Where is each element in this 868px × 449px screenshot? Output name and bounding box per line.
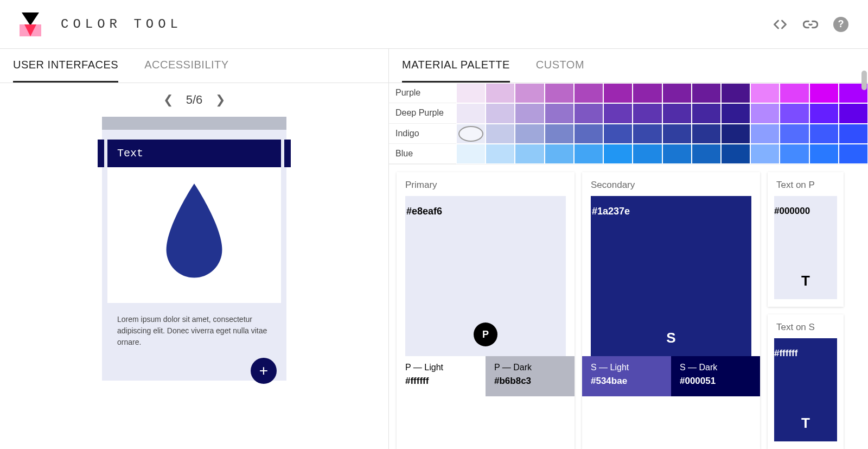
text-on-s-label: Text on S bbox=[768, 314, 844, 338]
palette-cell[interactable] bbox=[809, 124, 839, 144]
primary-badge: P bbox=[474, 322, 497, 346]
primary-light-label: P — Light bbox=[405, 363, 477, 372]
text-on-s-hex: #ffffff bbox=[774, 348, 797, 359]
primary-swatch[interactable]: #e8eaf6 P bbox=[405, 196, 566, 356]
secondary-dark-swatch[interactable]: S — Dark #000051 bbox=[671, 356, 760, 396]
pager-count: 5/6 bbox=[186, 93, 203, 107]
palette-cell[interactable] bbox=[750, 124, 780, 144]
primary-dark-label: P — Dark bbox=[494, 363, 566, 372]
palette-cell[interactable] bbox=[545, 103, 574, 123]
palette-cell[interactable] bbox=[603, 124, 633, 144]
preview-statusbar bbox=[102, 117, 286, 130]
palette-cell[interactable] bbox=[839, 103, 868, 123]
palette-cell[interactable] bbox=[662, 124, 692, 144]
palette-cell[interactable] bbox=[574, 103, 603, 123]
palette-cell[interactable] bbox=[486, 144, 515, 164]
palette-row-label[interactable]: Deep Purple bbox=[389, 103, 456, 123]
palette-cell[interactable] bbox=[809, 83, 839, 103]
palette-row-label[interactable]: Blue bbox=[389, 144, 456, 164]
palette-cell[interactable] bbox=[515, 103, 544, 123]
palette-cell[interactable] bbox=[780, 144, 809, 164]
palette-cell[interactable] bbox=[750, 83, 780, 103]
palette-cell[interactable] bbox=[633, 144, 662, 164]
palette-cell[interactable] bbox=[574, 144, 603, 164]
palette-cell[interactable] bbox=[839, 144, 868, 164]
tab-user-interfaces[interactable]: USER INTERFACES bbox=[13, 59, 118, 83]
palette-cell[interactable] bbox=[603, 103, 633, 123]
text-on-s-swatch[interactable]: #ffffff T bbox=[774, 338, 837, 441]
code-icon[interactable] bbox=[773, 17, 788, 32]
palette-cell[interactable] bbox=[574, 83, 603, 103]
palette-row-label[interactable]: Indigo bbox=[389, 124, 456, 144]
secondary-light-label: S — Light bbox=[591, 363, 662, 372]
palette-cell[interactable] bbox=[809, 103, 839, 123]
palette-cell[interactable] bbox=[456, 144, 486, 164]
secondary-swatch[interactable]: #1a237e S bbox=[591, 196, 751, 356]
secondary-dark-label: S — Dark bbox=[680, 363, 751, 372]
primary-dark-hex: #b6b8c3 bbox=[494, 376, 566, 387]
secondary-dark-hex: #000051 bbox=[680, 376, 751, 387]
help-icon[interactable]: ? bbox=[833, 17, 848, 32]
palette-cell[interactable] bbox=[750, 103, 780, 123]
palette-cell[interactable] bbox=[721, 83, 750, 103]
palette-cell[interactable] bbox=[692, 124, 721, 144]
tab-accessibility[interactable]: ACCESSIBILITY bbox=[144, 59, 228, 83]
secondary-light-swatch[interactable]: S — Light #534bae bbox=[582, 356, 671, 396]
text-on-p-card: Text on P #000000 T bbox=[768, 172, 844, 307]
palette-cell[interactable] bbox=[456, 124, 486, 144]
palette-cell[interactable] bbox=[662, 83, 692, 103]
palette-cell[interactable] bbox=[662, 144, 692, 164]
palette-cell[interactable] bbox=[545, 124, 574, 144]
palette-cell[interactable] bbox=[721, 124, 750, 144]
palette-cell[interactable] bbox=[603, 144, 633, 164]
pager-prev-icon[interactable]: ❮ bbox=[163, 93, 173, 107]
preview-title: Text bbox=[107, 140, 281, 167]
tab-custom[interactable]: CUSTOM bbox=[536, 59, 584, 83]
primary-hex: #e8eaf6 bbox=[405, 206, 442, 217]
tab-material-palette[interactable]: MATERIAL PALETTE bbox=[402, 59, 510, 83]
palette-cell[interactable] bbox=[780, 124, 809, 144]
palette-cell[interactable] bbox=[545, 144, 574, 164]
text-on-p-hex: #000000 bbox=[774, 206, 810, 217]
palette-cell[interactable] bbox=[603, 83, 633, 103]
palette-cell[interactable] bbox=[809, 144, 839, 164]
palette-cell[interactable] bbox=[780, 83, 809, 103]
text-on-p-swatch[interactable]: #000000 T bbox=[774, 196, 837, 299]
secondary-badge: S bbox=[666, 330, 675, 346]
palette-cell[interactable] bbox=[515, 124, 544, 144]
drop-icon bbox=[159, 184, 229, 281]
palette-cell[interactable] bbox=[692, 83, 721, 103]
palette-cell[interactable] bbox=[662, 103, 692, 123]
secondary-light-hex: #534bae bbox=[591, 376, 662, 387]
palette-row-label[interactable]: Purple bbox=[389, 83, 456, 103]
primary-light-swatch[interactable]: P — Light #ffffff bbox=[397, 356, 486, 396]
app-logo bbox=[20, 12, 41, 36]
palette-cell[interactable] bbox=[486, 103, 515, 123]
palette-cell[interactable] bbox=[633, 103, 662, 123]
link-icon[interactable] bbox=[803, 17, 818, 32]
palette-scrollbar[interactable] bbox=[861, 83, 867, 90]
palette-cell[interactable] bbox=[750, 144, 780, 164]
palette-cell[interactable] bbox=[515, 144, 544, 164]
palette-cell[interactable] bbox=[692, 103, 721, 123]
palette-cell[interactable] bbox=[486, 124, 515, 144]
palette-cell[interactable] bbox=[633, 124, 662, 144]
palette-cell[interactable] bbox=[486, 83, 515, 103]
palette-cell[interactable] bbox=[692, 144, 721, 164]
app-title: COLOR TOOL bbox=[61, 17, 182, 31]
palette-cell[interactable] bbox=[721, 103, 750, 123]
primary-label: Primary bbox=[397, 172, 575, 196]
palette-cell[interactable] bbox=[545, 83, 574, 103]
palette-cell[interactable] bbox=[721, 144, 750, 164]
palette-cell[interactable] bbox=[574, 124, 603, 144]
text-on-s-card: Text on S #ffffff T bbox=[768, 314, 844, 449]
palette-cell[interactable] bbox=[633, 83, 662, 103]
pager-next-icon[interactable]: ❯ bbox=[215, 93, 225, 107]
palette-cell[interactable] bbox=[515, 83, 544, 103]
palette-cell[interactable] bbox=[839, 124, 868, 144]
palette-cell[interactable] bbox=[456, 83, 486, 103]
fab-add-button[interactable]: + bbox=[251, 358, 277, 384]
palette-cell[interactable] bbox=[456, 103, 486, 123]
primary-dark-swatch[interactable]: P — Dark #b6b8c3 bbox=[486, 356, 575, 396]
palette-cell[interactable] bbox=[780, 103, 809, 123]
